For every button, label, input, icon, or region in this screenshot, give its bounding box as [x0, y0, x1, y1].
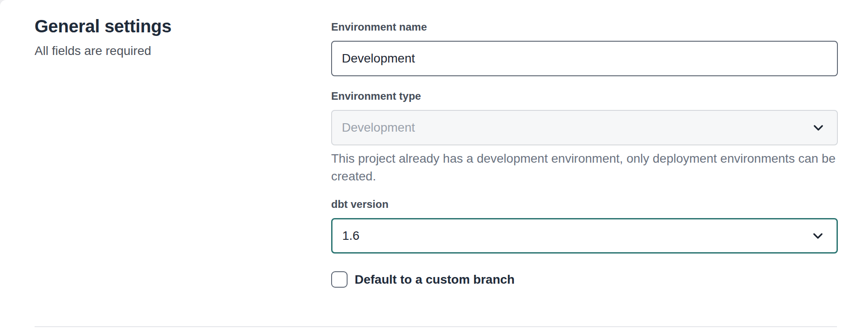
environment-type-value: Development [342, 121, 415, 135]
section-divider [35, 326, 837, 327]
chevron-down-icon [811, 229, 825, 243]
dbt-version-label: dbt version [331, 198, 838, 211]
environment-type-select: Development [331, 110, 838, 145]
page-subtitle: All fields are required [35, 43, 331, 59]
environment-name-input[interactable] [331, 41, 838, 76]
environment-name-label: Environment name [331, 20, 838, 34]
chevron-down-icon [811, 121, 825, 135]
general-settings-card: General settings All fields are required… [0, 0, 868, 328]
custom-branch-checkbox[interactable] [331, 271, 348, 288]
settings-form: Environment name Environment type Develo… [331, 0, 838, 288]
page-title: General settings [35, 15, 331, 37]
section-intro: General settings All fields are required [35, 0, 331, 288]
custom-branch-row: Default to a custom branch [331, 271, 838, 288]
environment-type-label: Environment type [331, 90, 838, 103]
dbt-version-select[interactable]: 1.6 [331, 218, 838, 254]
environment-type-helper: This project already has a development e… [331, 150, 838, 185]
custom-branch-label[interactable]: Default to a custom branch [355, 273, 515, 287]
dbt-version-value: 1.6 [342, 229, 360, 243]
settings-content: General settings All fields are required… [0, 0, 868, 288]
